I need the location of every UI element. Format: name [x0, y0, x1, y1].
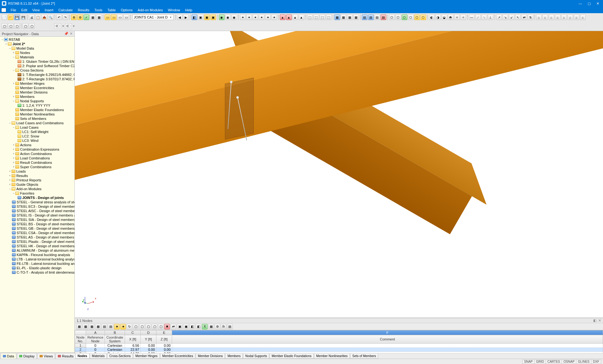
export-icon[interactable]: 📤 — [41, 14, 47, 20]
menu-window[interactable]: Window — [165, 8, 182, 13]
tool-icon[interactable]: ⬚ — [307, 14, 313, 20]
tree-member-hinges[interactable]: +Member Hinges — [0, 81, 74, 86]
open-icon[interactable]: 📂 — [8, 14, 14, 20]
new-icon[interactable]: 📄 — [2, 14, 7, 20]
tree-cs-1[interactable]: 1: T-Rectangle 6.29921/9.44882; Glulam T… — [0, 72, 74, 77]
sel4-icon[interactable]: ▭ — [123, 14, 129, 20]
tool-icon[interactable]: ⇅ — [528, 14, 533, 20]
tool-icon[interactable]: ⬡ — [414, 14, 420, 20]
tool-icon[interactable]: ✦ — [271, 14, 277, 20]
sel1-icon[interactable]: ▭ — [105, 14, 110, 20]
tree-mod-csa[interactable]: STEEL CSA - Design of steel members acco… — [0, 231, 74, 235]
tool-icon[interactable]: ▲ — [292, 14, 298, 20]
status-snap[interactable]: SNAP — [522, 360, 535, 364]
tool-icon[interactable]: ✦ — [259, 14, 264, 20]
status-glines[interactable]: GLINES — [576, 360, 591, 364]
render2-icon[interactable]: ◉ — [225, 14, 231, 20]
tool-icon[interactable]: ⊥ — [488, 14, 493, 20]
tree-member-nl[interactable]: Member Nonlinearities — [0, 112, 74, 116]
minimize-button[interactable]: — — [579, 2, 582, 6]
nav-next-icon[interactable]: ▶ — [183, 14, 189, 20]
tbl-icon[interactable]: ⚙ — [215, 324, 220, 329]
tree-cs-2[interactable]: 2: T-Rectangle 3.93701/7.87402; Poplar a… — [0, 77, 74, 81]
tool-icon[interactable]: ⌂ — [561, 14, 567, 20]
tree-member-div[interactable]: Member Divisions — [0, 90, 74, 94]
menu-results[interactable]: Results — [75, 8, 92, 13]
redo-icon[interactable]: ↷ — [62, 14, 68, 20]
calc-icon[interactable]: ⚙ — [71, 14, 77, 20]
tbl-icon[interactable]: ▢ — [133, 324, 139, 329]
navigator-close-icon[interactable]: ✕ — [70, 32, 73, 36]
ltab-member-ecc[interactable]: Member Eccentricities — [160, 354, 195, 359]
sel2-icon[interactable]: ▭ — [111, 14, 117, 20]
tool-icon[interactable]: ⌂ — [568, 14, 573, 20]
tool-icon[interactable]: ▤ — [381, 14, 386, 20]
ltab-member-div[interactable]: Member Divisions — [196, 354, 225, 359]
vis1-icon[interactable]: ▢ — [2, 23, 7, 29]
tree-mat-1[interactable]: 1: Glulam Timber GL28c | DIN EN 14080:2… — [0, 59, 74, 64]
close-button[interactable]: ✕ — [596, 2, 599, 6]
tree-nodes[interactable]: +Nodes — [0, 51, 74, 55]
nav-tab-data[interactable]: Data — [1, 353, 16, 359]
tool-icon[interactable]: ▲ — [299, 14, 304, 20]
tool-icon[interactable]: ▲ — [286, 14, 292, 20]
view-z-icon[interactable]: ▣ — [210, 14, 216, 20]
undo-icon[interactable]: ↶ — [56, 14, 62, 20]
tbl-icon[interactable]: ▤ — [108, 324, 113, 329]
table-row[interactable]: 10Cartesian6.560.000.00 — [75, 344, 603, 348]
tbl-icon[interactable]: ▦ — [83, 324, 88, 329]
toggle2-icon[interactable] — [65, 23, 72, 29]
view-x-icon[interactable]: ▣ — [198, 14, 204, 20]
tool-icon[interactable]: ⬚ — [313, 14, 319, 20]
check-icon[interactable]: ✓ — [84, 14, 89, 20]
tree-member-ecc[interactable]: Member Eccentricities — [0, 86, 74, 90]
saveas-icon[interactable]: 💾 — [20, 14, 26, 20]
tree-lc1[interactable]: LC1: Self-Weight — [0, 130, 74, 134]
menu-file[interactable]: File — [8, 8, 19, 13]
ltab-materials[interactable]: Materials — [90, 354, 107, 359]
tree-mod-steel[interactable]: STEEL - General stress analysis of steel… — [0, 200, 74, 204]
tree-project[interactable]: −Joint 2* — [0, 42, 74, 46]
menu-view[interactable]: View — [30, 8, 42, 13]
tool-icon[interactable]: ▤ — [362, 14, 367, 20]
tool-icon[interactable]: ◒ — [442, 14, 447, 20]
nav-tab-views[interactable]: Views — [37, 353, 55, 359]
render1-icon[interactable]: ◉ — [219, 14, 225, 20]
tree-mod-as[interactable]: STEEL AS - Design of steel members accor… — [0, 235, 74, 239]
tbl-icon[interactable]: ⇄ — [171, 324, 176, 329]
tree-sets[interactable]: Sets of Members — [0, 116, 74, 121]
tree-nodal-supports[interactable]: −Nodal Supports — [0, 99, 74, 103]
view-y-icon[interactable]: ▣ — [204, 14, 210, 20]
tree-mod-bs[interactable]: STEEL BS - Design of steel members accor… — [0, 222, 74, 226]
tbl-icon[interactable]: ▢ — [158, 324, 164, 329]
tool-icon[interactable]: ✦ — [246, 14, 252, 20]
tool-icon[interactable]: ✦ — [265, 14, 271, 20]
vis2-icon[interactable]: ▢ — [8, 23, 14, 29]
grid2-icon[interactable]: ▦ — [96, 14, 102, 20]
tree-lc3[interactable]: LC3: Wind — [0, 138, 74, 143]
mdi-icon[interactable] — [1, 8, 6, 12]
tool-icon[interactable]: ⬡ — [402, 14, 407, 20]
tree-results[interactable]: +Results — [0, 174, 74, 178]
tbl-icon[interactable]: ★ — [120, 324, 126, 329]
tree-mod-elpl[interactable]: EL-PL - Elastic-plastic design — [0, 266, 74, 270]
ltab-cross-sections[interactable]: Cross-Sections — [107, 354, 133, 359]
tbl-icon[interactable]: ▦ — [95, 324, 101, 329]
tool-icon[interactable]: ⬡ — [389, 14, 395, 20]
tool-icon[interactable]: ✦ — [240, 14, 246, 20]
tbl-icon[interactable]: ▦ — [208, 324, 214, 329]
nav-tab-results[interactable]: Results — [56, 353, 76, 359]
tree-printout[interactable]: +Printout Reports — [0, 178, 74, 182]
view-iso-icon[interactable]: ◧ — [192, 14, 197, 20]
maximize-button[interactable]: ▢ — [588, 2, 591, 6]
tool-icon[interactable]: ✧ — [460, 14, 466, 20]
tree-mod-ltb[interactable]: LTB - Lateral-torsional buckling analysi… — [0, 257, 74, 261]
table-pin-icon[interactable]: ◧ — [593, 318, 596, 323]
menu-help[interactable]: Help — [183, 8, 195, 13]
ltab-member-nl[interactable]: Member Nonlinearities — [314, 354, 350, 359]
tool-icon[interactable]: ▦ — [347, 14, 353, 20]
tree-model-data[interactable]: −Model Data — [0, 46, 74, 51]
tool-icon[interactable]: ⌂ — [536, 14, 542, 20]
tool-icon[interactable]: ▦ — [353, 14, 359, 20]
tool-icon[interactable]: ▤ — [374, 14, 380, 20]
